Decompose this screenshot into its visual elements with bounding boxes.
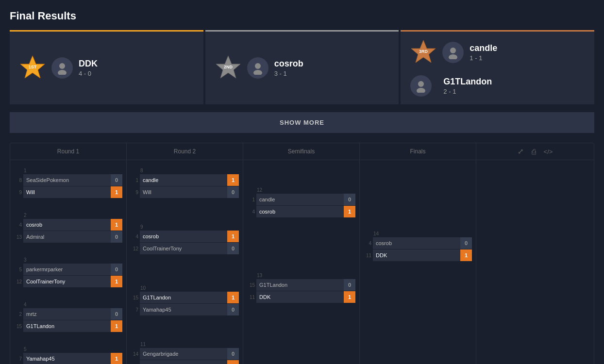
r1-m1-p2: 9 Will 1	[14, 186, 122, 198]
r1-m5-label: 5	[14, 347, 122, 352]
medal-3rd-icon: 3RD	[410, 39, 436, 66]
actions-col	[476, 160, 535, 166]
r2-m8-label: 8	[131, 168, 239, 173]
header-round2: Round 2	[127, 143, 243, 160]
svg-text:1ST: 1ST	[29, 65, 37, 69]
semi-m13-label: 13	[247, 273, 355, 278]
podium-row: 1ST DDK 4 - 0 2ND cosrob 3 - 1	[10, 30, 594, 104]
finals-m14-p1: 4 cosrob 0	[364, 237, 472, 249]
header-round1: Round 1	[10, 143, 127, 160]
podium-name-1st: DDK	[79, 59, 98, 69]
r1-match-1: 1 8 SeaSidePokemon 0 9 Will 1	[14, 168, 122, 198]
semi-m13-p2: 11 DDK 1	[247, 291, 355, 303]
r2-m9-p2: 12 CoolTrainerTony 0	[131, 243, 239, 254]
r2-m10-label: 10	[131, 285, 239, 291]
podium-name-3rd-1: candle	[470, 43, 497, 53]
bracket-body: 1 8 SeaSidePokemon 0 9 Will 1	[10, 160, 594, 364]
page-title: Final Results	[10, 10, 594, 22]
podium-info-2nd: cosrob 3 - 1	[274, 59, 303, 77]
medal-1st-icon: 1ST	[19, 55, 46, 81]
r1-m2-p1: 4 cosrob 1	[14, 219, 122, 231]
r1-m4-label: 4	[14, 302, 122, 307]
podium-name-3rd-2: G1TLandon	[443, 77, 492, 87]
svg-point-3	[58, 70, 67, 75]
header-semi: Semifinals	[243, 143, 360, 160]
semi-m12-label: 12	[247, 187, 355, 193]
avatar-3rd-2	[410, 75, 432, 97]
code-icon[interactable]: </>	[544, 148, 553, 155]
podium-info-3rd-1: candle 1 - 1	[470, 43, 497, 62]
svg-point-13	[417, 88, 425, 93]
bracket-header: Round 1 Round 2 Semifinals Finals ⤢ ⎙ </…	[10, 143, 594, 160]
r2-match-8: 8 1 candle 1 9 Will 0	[131, 168, 239, 198]
svg-point-7	[253, 70, 262, 75]
podium-card-1st: 1ST DDK 4 - 0	[10, 30, 203, 104]
svg-point-6	[255, 63, 261, 69]
r2-m11-p2: 11 DDK 1	[131, 360, 239, 364]
finals-match-14: 14 4 cosrob 0 11 DDK 1	[364, 231, 472, 261]
finals-col: 14 4 cosrob 0 11 DDK 1	[360, 160, 476, 364]
podium-info-1st: DDK 4 - 0	[79, 59, 98, 77]
podium-score-2nd: 3 - 1	[274, 70, 303, 77]
r2-m9-label: 9	[131, 224, 239, 230]
round1-col: 1 8 SeaSidePokemon 0 9 Will 1	[10, 160, 127, 364]
podium-info-3rd-2: G1TLandon 2 - 1	[443, 77, 492, 95]
podium-name-2nd: cosrob	[274, 59, 303, 69]
semi-match-13: 13 15 G1TLandon 0 11 DDK 1	[247, 273, 355, 303]
r1-m4-p2: 15 G1TLandon 1	[14, 320, 122, 332]
bracket-container: Round 1 Round 2 Semifinals Finals ⤢ ⎙ </…	[10, 143, 594, 364]
podium-score-1st: 4 - 0	[79, 70, 98, 77]
svg-point-12	[418, 81, 424, 87]
r2-match-10: 10 15 G1TLandon 1 7 Yamahap45 0	[131, 285, 239, 315]
semi-m13-p1: 15 G1TLandon 0	[247, 279, 355, 291]
semi-m12-p1: 1 candle 0	[247, 194, 355, 205]
avatar-2nd	[247, 57, 268, 79]
r1-m2-label: 2	[14, 213, 122, 218]
r1-match-4: 4 2 mrtz 0 15 G1TLandon 1	[14, 302, 122, 332]
finals-m14-p2: 11 DDK 1	[364, 249, 472, 261]
r2-m11-p1: 14 Gengarbrigade 0	[131, 348, 239, 360]
r2-match-11: 11 14 Gengarbrigade 0 11 DDK 1	[131, 342, 239, 364]
r1-match-2: 2 4 cosrob 1 13 Admiral 0	[14, 213, 122, 243]
r2-m10-p2: 7 Yamahap45 0	[131, 304, 239, 315]
svg-point-11	[449, 54, 457, 59]
r2-m8-p1: 1 candle 1	[131, 174, 239, 186]
podium-score-3rd-2: 2 - 1	[443, 88, 492, 95]
svg-text:3RD: 3RD	[419, 49, 428, 54]
svg-text:2ND: 2ND	[224, 65, 233, 69]
r1-match-3: 3 5 parkermrparker 0 12 CoolTrainerTony …	[14, 257, 122, 287]
bracket-actions: ⤢ ⎙ </>	[476, 147, 594, 156]
r1-m3-p1: 5 parkermrparker 0	[14, 264, 122, 275]
show-more-button[interactable]: SHOW MORE	[10, 112, 594, 133]
r1-m4-p1: 2 mrtz 0	[14, 308, 122, 320]
podium-card-2nd: 2ND cosrob 3 - 1	[205, 30, 399, 104]
r1-m1-label: 1	[14, 168, 122, 173]
header-finals: Finals	[360, 143, 476, 160]
r1-match-5: 5 7 Yamahap45 1 10 Kenealeon 0	[14, 347, 122, 364]
r2-m10-p1: 15 G1TLandon 1	[131, 292, 239, 303]
podium-score-3rd-1: 1 - 1	[470, 54, 497, 62]
r2-m8-p2: 9 Will 0	[131, 186, 239, 198]
r1-m3-label: 3	[14, 257, 122, 263]
r2-m9-p1: 4 cosrob 1	[131, 231, 239, 242]
finals-m14-label: 14	[364, 231, 472, 236]
r2-match-9: 9 4 cosrob 1 12 CoolTrainerTony 0	[131, 224, 239, 254]
r1-m3-p2: 12 CoolTrainerTony 1	[14, 276, 122, 287]
podium-inner-3rd-2: G1TLandon 2 - 1	[410, 75, 492, 97]
round2-col: 8 1 candle 1 9 Will 0	[127, 160, 243, 364]
r1-m1-p1: 8 SeaSidePokemon 0	[14, 174, 122, 186]
podium-card-3rd: 3RD candle 1 - 1 G1TLandon 2 - 1	[401, 30, 594, 104]
semi-match-12: 12 1 candle 0 4 cosrob 1	[247, 187, 355, 217]
svg-point-2	[59, 63, 65, 69]
svg-point-10	[450, 48, 456, 53]
r2-m11-label: 11	[131, 342, 239, 347]
r1-m5-p1: 7 Yamahap45 1	[14, 353, 122, 364]
semi-m12-p2: 4 cosrob 1	[247, 206, 355, 217]
avatar-3rd-1	[442, 42, 464, 63]
avatar-1st	[51, 57, 73, 79]
semi-col: 12 1 candle 0 4 cosrob 1	[243, 160, 360, 364]
r1-m2-p2: 13 Admiral 0	[14, 231, 122, 243]
print-icon[interactable]: ⎙	[532, 148, 536, 156]
podium-inner-3rd-1: 3RD candle 1 - 1	[410, 39, 497, 66]
expand-icon[interactable]: ⤢	[518, 147, 524, 156]
